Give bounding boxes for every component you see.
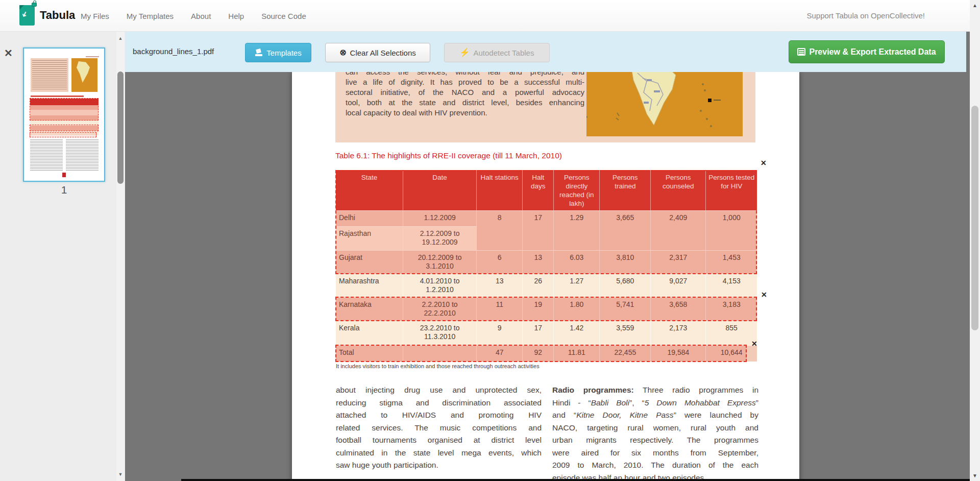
table-footnote: It includes visitors to train exhibition… [336,363,540,369]
scroll-down-icon[interactable]: ▼ [116,472,125,477]
text-line: about injecting drug use and unprotected… [336,384,542,397]
text-line: culminated in the state level mega event… [336,447,542,460]
text-line: related services. The music competitions… [336,422,542,435]
scroll-up-icon[interactable]: ▲ [970,3,980,8]
scroll-up-icon[interactable]: ▲ [116,36,125,41]
table-cell: 3,559 [600,321,651,345]
nav-item-my-files[interactable]: My Files [81,12,109,20]
export-label: Preview & Export Extracted Data [809,47,936,57]
intro-text-box: can access the services, without fear an… [335,72,755,142]
remove-selection-icon[interactable]: ✕ [761,291,767,298]
text-line: sectoral initiative, of the NACO and a p… [346,87,584,98]
text-line: reducing stigma and discrimination assoc… [336,397,542,410]
text-line: were aired for six months from September… [552,447,758,460]
thumb-table-title [31,95,84,97]
thumb-selection-box [30,132,96,137]
brand[interactable]: Tabula [19,5,75,26]
text-line: 2009 to March, 2010. The duration of the… [552,459,758,472]
nav-item-about[interactable]: About [191,12,211,20]
text-line: Radio programmes: Three radio programmes… [552,384,758,397]
preview-export-button[interactable]: Preview & Export Extracted Data [789,40,945,63]
table-row: Maharashtra4.01.2010 to 1.2.201013261.27… [336,274,757,297]
support-link[interactable]: Support Tabula on OpenCollective! [806,11,925,20]
table-cell: 1.27 [554,274,600,297]
remove-page-icon[interactable]: ✕ [4,48,13,58]
clear-icon: ⊗ [339,49,346,57]
nav-item-my-templates[interactable]: My Templates [127,12,174,20]
text-line: saw huge youth participation. [336,459,542,472]
thumb-map [71,58,97,92]
right-text-column: Radio programmes: Three radio programmes… [552,384,758,481]
thumbnail-page-number: 1 [23,184,105,196]
table-cell: 9,027 [651,274,706,297]
text-line: can access the services, without fear an… [346,72,584,77]
table-cell: 855 [706,321,757,345]
table-cell: 26 [523,274,554,297]
window-scrollbar-thumb[interactable] [971,106,978,330]
text-line: Hindi - “Babli Boli”, “5 Down Mohabbat E… [552,397,758,410]
text-line: and “Kitne Door, Kitne Pass” were launch… [552,409,758,422]
toolbar: background_lines_1.pdf Templates ⊗ Clear… [125,32,966,72]
text-line: NACO, targeting rural women, rural youth… [552,422,758,435]
text-line: tool, both at the state and district lev… [346,98,584,108]
text-line: attached to HIV/AIDS and promoting HIV [336,409,542,422]
thumb-report-header [86,56,99,57]
text-line: live a life of dignity. It has proved to… [346,77,584,87]
thumb-selection-box [30,125,99,131]
selection-box[interactable]: ✕ [335,297,757,321]
sidebar-scrollbar-thumb[interactable] [117,71,124,184]
table-cell: 17 [523,321,554,345]
text-line: local capacity to deal with HIV preventi… [346,108,584,118]
nav-links: My Files My Templates About Help Source … [81,0,306,32]
bolt-icon: ⚡ [460,49,470,57]
text-line: urban migrants respectively. The program… [552,434,758,447]
table-cell: 1.42 [554,321,600,345]
thumb-text-column [66,139,99,171]
sidebar-scrollbar[interactable]: ▲ ▼ [116,32,125,481]
remove-selection-icon[interactable]: ✕ [751,340,757,347]
thumb-selection-box [30,98,99,121]
autodetect-tables-button[interactable]: ⚡ Autodetect Tables [444,43,550,62]
table-cell: 4.01.2010 to 1.2.2010 [403,274,477,297]
selection-box[interactable]: ✕ [335,345,747,362]
templates-label: Templates [266,49,301,57]
window-scrollbar[interactable]: ▲ ▼ [970,0,980,481]
table-cell: 13 [477,274,523,297]
screen-edge-artifact [181,479,970,481]
toolbar-gutter [966,32,970,72]
clear-all-selections-button[interactable]: ⊗ Clear All Selections [325,43,430,62]
brand-name: Tabula [40,9,75,22]
table-cell: 4,153 [706,274,757,297]
text-line: football tournaments organised at distri… [336,434,542,447]
table-cell: 2,173 [651,321,706,345]
nav-item-source-code[interactable]: Source Code [261,12,306,20]
table-cell: Maharashtra [336,274,403,297]
pdf-page[interactable]: can access the services, without fear an… [292,72,799,481]
templates-icon [255,49,263,56]
table-cell: 5,680 [600,274,651,297]
templates-button[interactable]: Templates [245,43,311,62]
page-thumbnail-sidebar: ✕ 1 ▲ ▼ [0,32,125,481]
tabula-logo-icon [19,5,35,26]
lock-icon [32,3,37,7]
india-map-image [586,72,743,136]
table-caption: Table 6.1: The highlights of RRE-II cove… [335,151,562,160]
nav-item-help[interactable]: Help [228,12,244,20]
table-cell: 23.2.2010 to 11.3.2010 [403,321,477,345]
document-filename: background_lines_1.pdf [133,47,214,56]
export-table-icon [797,48,805,56]
table-row: Kerala23.2.2010 to 11.3.20109171.423,559… [336,321,757,345]
intro-paragraph: can access the services, without fear an… [346,72,584,118]
autodetect-label: Autodetect Tables [473,49,534,57]
thumb-page-badge [62,173,66,177]
selection-box[interactable]: ✕ [335,170,757,274]
thumb-table [30,99,99,134]
thumb-text-column [30,139,63,171]
thumb-intro-block [31,58,68,92]
pdf-viewer: can access the services, without fear an… [125,72,970,481]
page-thumbnail[interactable] [23,47,105,182]
table-cell: 9 [477,321,523,345]
remove-selection-icon[interactable]: ✕ [761,159,767,166]
table-cell: Kerala [336,321,403,345]
scroll-down-icon[interactable]: ▼ [970,473,980,478]
